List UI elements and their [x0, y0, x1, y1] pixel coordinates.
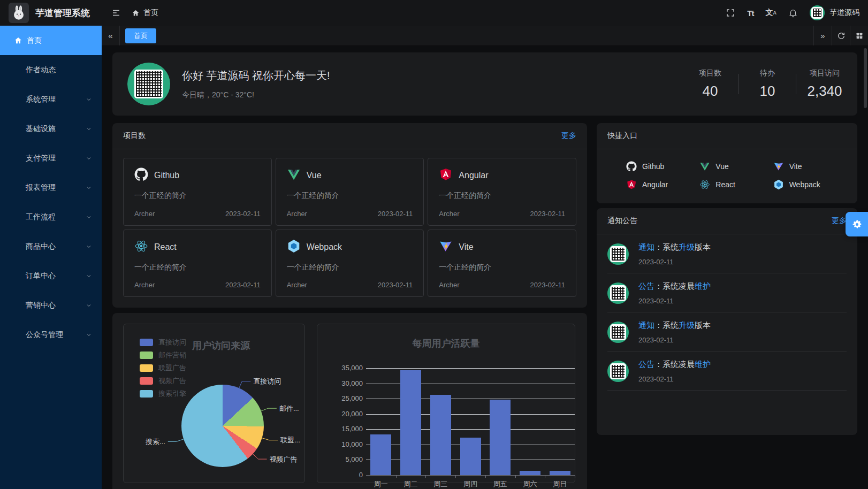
react-icon — [699, 179, 710, 190]
github-icon — [134, 167, 148, 184]
stat-label: 项目数 — [692, 68, 728, 78]
legend-swatch — [140, 364, 153, 372]
stat-0: 项目数40 — [692, 68, 728, 100]
chevron-down-icon — [86, 126, 92, 132]
sidebar-item-label: 基础设施 — [26, 124, 86, 134]
quick-link-label: Github — [642, 162, 664, 171]
tabs-scroll-right-icon[interactable]: » — [813, 26, 832, 45]
project-card-angular[interactable]: Angular一个正经的简介Archer2023-02-11 — [428, 158, 576, 226]
project-card-react[interactable]: React一个正经的简介Archer2023-02-11 — [123, 230, 272, 297]
stat-value: 2,340 — [807, 83, 842, 100]
sidebar-item-10[interactable]: 公众号管理 — [0, 320, 102, 349]
stat-1: 待办10 — [750, 68, 785, 100]
bell-icon[interactable] — [788, 8, 798, 18]
legend-item-0[interactable]: 直接访问 — [140, 336, 186, 349]
quick-link-github[interactable]: Github — [626, 161, 699, 172]
topbar: 芋道管理系统 首页 Tt 文A 芋道源码 — [0, 0, 868, 26]
x-axis-tick — [545, 475, 545, 478]
sidebar-item-1[interactable]: 作者动态 — [0, 55, 102, 85]
sidebar-item-7[interactable]: 商品中心 — [0, 232, 102, 261]
sidebar-item-6[interactable]: 工作流程 — [0, 202, 102, 232]
legend-item-1[interactable]: 邮件营销 — [140, 349, 186, 362]
x-axis-tick — [485, 475, 486, 478]
gear-icon — [852, 219, 862, 230]
stat-label: 项目访问 — [807, 68, 842, 78]
tabs-menu-grid-icon[interactable] — [850, 26, 868, 45]
legend-item-4[interactable]: 搜索引擎 — [140, 387, 186, 400]
legend-item-3[interactable]: 视频广告 — [140, 375, 186, 387]
sidebar-item-9[interactable]: 营销中心 — [0, 291, 102, 320]
project-author: Archer — [439, 281, 459, 289]
svg-text:邮件...: 邮件... — [279, 404, 299, 412]
svg-text:联盟...: 联盟... — [280, 436, 300, 444]
notice-date: 2023-02-11 — [638, 336, 711, 344]
chevron-down-icon — [86, 273, 92, 279]
notice-item-3[interactable]: 公告：系统凌晨维护2023-02-11 — [607, 352, 847, 391]
project-author: Archer — [439, 210, 459, 218]
sidebar-item-0[interactable]: 首页 — [0, 26, 102, 55]
sidebar-item-4[interactable]: 支付管理 — [0, 143, 102, 173]
notice-avatar — [607, 282, 629, 304]
legend-label: 视频广告 — [158, 376, 186, 386]
vite-icon — [773, 161, 784, 172]
quick-link-react[interactable]: React — [699, 179, 773, 190]
user-menu[interactable]: 芋道源码 — [810, 5, 859, 20]
notice-item-2[interactable]: 通知：系统升级版本2023-02-11 — [607, 312, 847, 352]
y-axis-label: 10,000 — [319, 440, 363, 448]
project-card-vue[interactable]: Vue一个正经的简介Archer2023-02-11 — [276, 158, 424, 226]
project-card-github[interactable]: Github一个正经的简介Archer2023-02-11 — [123, 158, 272, 226]
project-name: Vite — [459, 242, 473, 252]
svg-text:视频广告: 视频广告 — [270, 455, 298, 463]
font-size-icon[interactable]: Tt — [747, 9, 753, 18]
chevron-down-icon — [86, 332, 92, 338]
quick-link-webpack[interactable]: Webpack — [773, 179, 847, 190]
webpack-icon — [287, 239, 301, 255]
sidebar-item-2[interactable]: 系统管理 — [0, 85, 102, 114]
refresh-icon[interactable] — [832, 26, 850, 45]
quick-link-label: Webpack — [789, 180, 820, 189]
project-card-vite[interactable]: Vite一个正经的简介Archer2023-02-11 — [428, 230, 576, 297]
chevron-down-icon — [86, 155, 92, 162]
legend-item-2[interactable]: 联盟广告 — [140, 362, 186, 375]
notices-more-link[interactable]: 更多 — [832, 216, 847, 226]
language-icon[interactable]: 文A — [766, 8, 777, 18]
fullscreen-icon[interactable] — [726, 8, 735, 18]
angular-icon — [626, 179, 637, 190]
sidebar-item-label: 订单中心 — [26, 271, 86, 281]
notice-item-0[interactable]: 通知：系统升级版本2023-02-11 — [607, 234, 847, 273]
project-name: React — [154, 242, 177, 252]
vue-icon — [699, 161, 710, 172]
x-axis-label: 周六 — [515, 479, 545, 489]
quick-link-label: React — [715, 180, 735, 189]
legend-swatch — [140, 377, 153, 385]
legend-label: 搜索引擎 — [158, 389, 186, 399]
tab-home[interactable]: 首页 — [125, 28, 156, 43]
sidebar-item-5[interactable]: 报表管理 — [0, 173, 102, 202]
projects-more-link[interactable]: 更多 — [561, 131, 576, 141]
bar-周一 — [370, 434, 391, 475]
notice-avatar — [607, 243, 629, 265]
quick-link-vite[interactable]: Vite — [773, 161, 847, 172]
notice-item-1[interactable]: 公告：系统凌晨维护2023-02-11 — [607, 273, 847, 312]
logo-area[interactable]: 芋道管理系统 — [0, 3, 102, 23]
bar-chart-panel: 每周用户活跃量05,00010,00015,00020,00025,00030,… — [317, 324, 575, 483]
sidebar-item-8[interactable]: 订单中心 — [0, 261, 102, 291]
menu-fold-icon[interactable] — [111, 8, 121, 18]
sidebar-item-3[interactable]: 基础设施 — [0, 114, 102, 143]
welcome-stats: 项目数40待办10项目访问2,340 — [692, 68, 842, 100]
project-card-webpack[interactable]: Webpack一个正经的简介Archer2023-02-11 — [276, 230, 424, 297]
notice-title: 公告：系统凌晨维护 — [638, 360, 711, 370]
breadcrumb[interactable]: 首页 — [132, 8, 158, 18]
quick-link-angular[interactable]: Angular — [626, 179, 699, 190]
settings-gear-button[interactable] — [846, 212, 868, 236]
project-date: 2023-02-11 — [378, 210, 413, 218]
gridline — [366, 429, 575, 430]
y-axis-label: 20,000 — [319, 410, 363, 418]
stat-divider — [796, 74, 796, 94]
scrollbar-thumb[interactable] — [864, 48, 867, 108]
notice-title: 通知：系统升级版本 — [638, 320, 711, 331]
sidebar-item-label: 公众号管理 — [26, 330, 86, 340]
project-desc: 一个正经的简介 — [287, 263, 413, 272]
tabs-scroll-left-icon[interactable]: « — [102, 26, 120, 45]
quick-link-vue[interactable]: Vue — [699, 161, 773, 172]
